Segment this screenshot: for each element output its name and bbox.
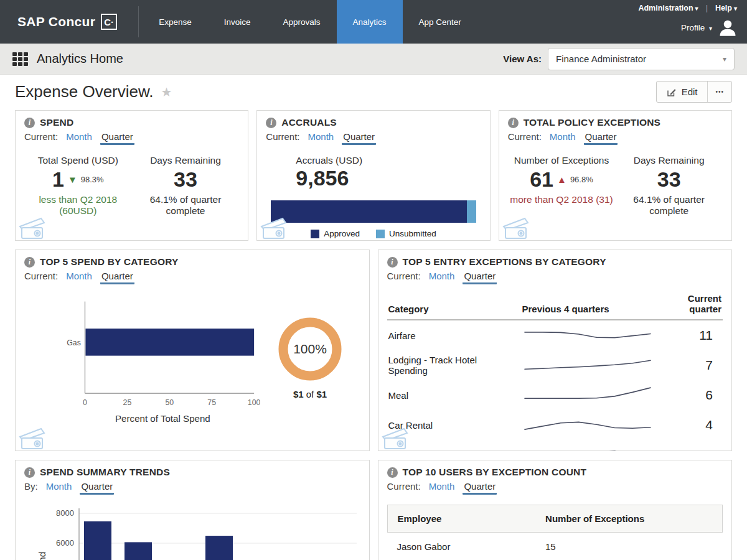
donut-caption-part: of bbox=[304, 389, 317, 399]
edit-button[interactable]: Edit bbox=[657, 82, 708, 102]
exceptions-count-stat: Number of Exceptions 61 ▲ 96.8% more tha… bbox=[508, 155, 616, 217]
unsubmitted-bar-segment bbox=[467, 200, 476, 223]
chevron-down-icon: ▾ bbox=[723, 55, 726, 63]
period-toggle: Current: Month Quarter bbox=[387, 271, 723, 284]
stat-value: 1 bbox=[52, 167, 64, 192]
profile-menu[interactable]: Profile ▾ bbox=[681, 23, 712, 32]
legend-label: Approved bbox=[324, 229, 360, 238]
exception-category: Car Rental bbox=[388, 420, 522, 431]
days-remaining-stat: Days Remaining 33 64.1% of quarter compl… bbox=[132, 155, 240, 217]
nav-tab-invoice[interactable]: Invoice bbox=[208, 0, 267, 44]
card-title: TOP 5 SPEND BY CATEGORY bbox=[40, 256, 179, 268]
avatar-icon[interactable] bbox=[718, 18, 737, 37]
nav-tab-analytics[interactable]: Analytics bbox=[337, 0, 403, 44]
y-axis-label: Spend bbox=[37, 552, 47, 560]
exception-count: 7 bbox=[664, 358, 721, 373]
exception-row: Lodging - Track Hotel Spending7 bbox=[387, 350, 723, 380]
donut-percent: 100% bbox=[293, 342, 327, 356]
card-title: ACCRUALS bbox=[281, 117, 337, 128]
nav-tab-approvals[interactable]: Approvals bbox=[266, 0, 336, 44]
nav-tab-app-center[interactable]: App Center bbox=[403, 0, 477, 44]
period-label: Current: bbox=[508, 131, 542, 142]
column-header-current-quarter: Current quarter bbox=[678, 293, 721, 314]
top-navigation-bar: SAP Concur C· ExpenseInvoiceApprovalsAna… bbox=[0, 0, 747, 44]
info-icon[interactable]: i bbox=[266, 118, 276, 128]
apps-grid-icon[interactable] bbox=[12, 52, 28, 66]
total-spend-stat: Total Spend (USD) 1 ▼ 98.3% less than Q2… bbox=[24, 155, 132, 217]
top5-exceptions-card: i TOP 5 ENTRY EXCEPTIONS BY CATEGORY Cur… bbox=[378, 250, 733, 451]
period-toggle: Current: Month Quarter bbox=[24, 271, 360, 284]
quarter-link[interactable]: Quarter bbox=[100, 271, 134, 284]
card-title: SPEND SUMMARY TRENDS bbox=[40, 467, 170, 478]
column-header-category: Category bbox=[388, 304, 522, 314]
info-icon[interactable]: i bbox=[508, 118, 519, 128]
quarter-link[interactable]: Quarter bbox=[100, 131, 134, 145]
quarter-link[interactable]: Quarter bbox=[342, 131, 376, 145]
exception-count: 11 bbox=[664, 328, 721, 343]
exception-count: 6 bbox=[664, 388, 721, 403]
chevron-down-icon: ▾ bbox=[695, 5, 698, 12]
delta-percent: 96.8% bbox=[570, 175, 593, 184]
donut-caption-part: $1 bbox=[293, 389, 304, 399]
delta-percent: 98.3% bbox=[81, 175, 104, 184]
period-toggle: Current: Month Quarter bbox=[24, 131, 239, 145]
info-icon[interactable]: i bbox=[24, 467, 35, 478]
quarter-link[interactable]: Quarter bbox=[80, 481, 114, 495]
info-icon[interactable]: i bbox=[387, 467, 398, 478]
administration-menu[interactable]: Administration▾ bbox=[638, 4, 698, 12]
info-icon[interactable]: i bbox=[387, 257, 398, 268]
accruals-card: i ACCRUALS Current: Month Quarter Accrua… bbox=[256, 110, 490, 241]
favorite-star-icon[interactable]: ★ bbox=[161, 85, 172, 100]
card-title: TOP 5 ENTRY EXCEPTIONS BY CATEGORY bbox=[403, 256, 606, 268]
exception-row: Gas2 bbox=[387, 440, 723, 451]
nav-tabs: ExpenseInvoiceApprovalsAnalyticsApp Cent… bbox=[143, 0, 477, 44]
month-link[interactable]: Month bbox=[550, 131, 576, 142]
info-icon[interactable]: i bbox=[24, 257, 35, 268]
donut-caption: $1 of $1 bbox=[260, 389, 360, 399]
month-link[interactable]: Month bbox=[66, 271, 92, 281]
donut-column: 100% $1 of $1 bbox=[260, 291, 360, 435]
period-label: Current: bbox=[387, 481, 421, 492]
spend-card: i SPEND Current: Month Quarter Total Spe… bbox=[15, 110, 248, 241]
period-label: Current: bbox=[266, 131, 299, 142]
utility-divider: | bbox=[706, 4, 708, 12]
accruals-legend: Approved Unsubmitted bbox=[266, 229, 481, 238]
approved-bar-segment bbox=[271, 200, 467, 223]
dashboard-content: Expense Overview. ★ Edit ••• i SPEND Cur… bbox=[0, 75, 747, 560]
quarter-link[interactable]: Quarter bbox=[463, 271, 497, 284]
donut-chart: 100% bbox=[278, 317, 342, 381]
policy-exceptions-card: i TOTAL POLICY EXCEPTIONS Current: Month… bbox=[499, 110, 732, 241]
nav-tab-expense[interactable]: Expense bbox=[143, 0, 208, 44]
chevron-down-icon: ▾ bbox=[734, 5, 737, 12]
wallet-watermark-icon bbox=[502, 213, 534, 240]
quarter-link[interactable]: Quarter bbox=[584, 131, 618, 145]
help-label: Help bbox=[715, 4, 732, 12]
month-link[interactable]: Month bbox=[46, 481, 72, 492]
sap-concur-logo[interactable]: SAP Concur C· bbox=[0, 0, 138, 44]
x-tick: 75 bbox=[207, 398, 216, 407]
exception-count: 4 bbox=[664, 418, 721, 432]
accruals-value: 9,856 bbox=[296, 166, 481, 190]
employee-name: Jason Gabor bbox=[397, 541, 546, 552]
info-icon[interactable]: i bbox=[24, 118, 35, 128]
view-as-select[interactable]: Finance Administrator ▾ bbox=[548, 48, 735, 70]
y-tick: 8000 bbox=[56, 508, 74, 518]
month-link[interactable]: Month bbox=[308, 131, 334, 142]
card-title: TOTAL POLICY EXCEPTIONS bbox=[524, 117, 661, 128]
legend-item-unsubmitted: Unsubmitted bbox=[376, 229, 436, 238]
month-link[interactable]: Month bbox=[66, 131, 92, 142]
exception-row: Car Rental4 bbox=[387, 410, 723, 440]
card-title: SPEND bbox=[40, 117, 73, 128]
up-triangle-icon: ▲ bbox=[557, 174, 566, 185]
stat-label: Total Spend (USD) bbox=[24, 155, 132, 166]
chevron-down-icon: ▾ bbox=[709, 25, 712, 32]
month-link[interactable]: Month bbox=[429, 481, 455, 492]
help-menu[interactable]: Help▾ bbox=[715, 4, 737, 12]
month-link[interactable]: Month bbox=[429, 271, 455, 281]
stat-label: Days Remaining bbox=[615, 155, 723, 166]
more-options-button[interactable]: ••• bbox=[707, 82, 731, 102]
period-toggle: Current: Month Quarter bbox=[508, 131, 723, 145]
sparkline-chart bbox=[522, 355, 653, 373]
days-remaining-stat: Days Remaining 33 64.1% of quarter compl… bbox=[615, 155, 723, 217]
quarter-link[interactable]: Quarter bbox=[463, 481, 497, 495]
